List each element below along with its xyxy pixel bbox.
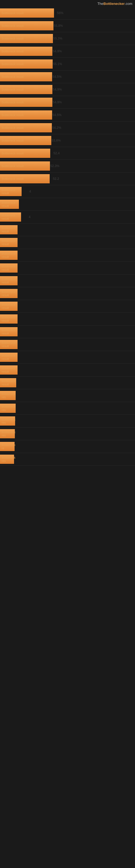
bar-row-wrapper: Bottleneck result54.9% bbox=[0, 45, 135, 58]
bar-label: Bottleneck result bbox=[1, 214, 21, 220]
bar-fill: Bottleneck result bbox=[0, 352, 17, 362]
bar-label: Bottleneck result bbox=[1, 62, 24, 66]
bar-row-wrapper: Bottleneck result55.1% bbox=[0, 58, 135, 70]
bar-row-wrapper: Bottleneck result52.3% bbox=[0, 160, 135, 173]
bar-label: Bottleneck result bbox=[1, 101, 24, 104]
bar-fill: Bottleneck result bbox=[0, 276, 17, 285]
bar-container: Bottleneck result bbox=[0, 225, 17, 235]
bar-fill: Bottleneck result bbox=[0, 34, 53, 43]
bar-container: Bottleneck result55.1% bbox=[0, 59, 53, 69]
bar-row: Bottleneck result4 bbox=[0, 186, 135, 197]
bar-label: Bottleneck res bbox=[1, 418, 15, 424]
bar-row: Bottleneck res bbox=[0, 429, 135, 439]
bar-row-wrapper: Bottleneck res bbox=[0, 402, 135, 415]
bar-fill: Bottleneck res bbox=[0, 404, 16, 413]
bar-row: Bottleneck result bbox=[0, 314, 135, 324]
bar-container: Bottleneck re bbox=[0, 441, 14, 452]
bar-fill: Bottleneck result bbox=[0, 111, 52, 120]
bar-fill: Bottleneck res bbox=[0, 391, 16, 400]
bar-row: Bottleneck result53.6% bbox=[0, 135, 135, 146]
bar-row-wrapper: Bottleneck result bbox=[0, 236, 135, 249]
bar-container: Bottleneck result bbox=[0, 288, 17, 299]
bar-row-wrapper: Bottleneck result52.4 bbox=[0, 147, 135, 160]
bar-container: Bottleneck result bbox=[0, 352, 17, 362]
bar-value: 54.5% bbox=[52, 113, 61, 117]
bar-container: Bottleneck result bbox=[0, 301, 17, 311]
bar-value: 55.1% bbox=[53, 62, 62, 66]
site-header: TheBottlenecker.com bbox=[0, 0, 135, 7]
bar-row: Bottleneck result54.5% bbox=[0, 72, 135, 82]
bar-label: Bottleneck result bbox=[1, 341, 17, 348]
bar-fill: Bottleneck res bbox=[0, 429, 15, 438]
bar-row: Bottleneck result54.9% bbox=[0, 84, 135, 95]
bar-container: Bottleneck result54.9% bbox=[0, 84, 52, 95]
bar-value: 54.9% bbox=[53, 100, 62, 104]
bar-row-wrapper: Bottleneck result bbox=[0, 249, 135, 262]
bar-label: Bottleneck result bbox=[1, 139, 24, 142]
bar-value: 56% bbox=[57, 11, 63, 15]
bar-row: Bottleneck result54.9% bbox=[0, 97, 135, 107]
bar-row: Bottleneck result54.5% bbox=[0, 110, 135, 120]
bar-row-wrapper: Bottleneck result53.6% bbox=[0, 134, 135, 147]
bar-fill: Bottleneck result bbox=[0, 289, 17, 298]
bar-row-wrapper: Bottleneck result bbox=[0, 300, 135, 313]
bar-value: 4 bbox=[29, 215, 31, 219]
bar-row-wrapper: Bottleneck res bbox=[0, 453, 135, 466]
bar-container: Bottleneck result54.9% bbox=[0, 46, 52, 56]
bar-fill: Bottleneck result bbox=[0, 59, 53, 69]
bar-value: 54.5% bbox=[52, 75, 61, 79]
bar-row-wrapper: Bottleneck result bbox=[0, 313, 135, 326]
bar-label: Bottleneck result bbox=[1, 316, 17, 322]
bar-fill: Bottleneck result bbox=[0, 199, 19, 209]
bar-fill: Bottleneck result bbox=[0, 161, 50, 170]
bar-fill: Bottleneck result bbox=[0, 46, 52, 56]
bar-row: Bottleneck result52.2 bbox=[0, 174, 135, 184]
bar-label: Bottleneck result bbox=[1, 126, 24, 129]
bar-container: Bottleneck result52.2 bbox=[0, 174, 50, 184]
bar-row-wrapper: Bottleneck result bbox=[0, 364, 135, 376]
bar-container: Bottleneck result bbox=[0, 314, 17, 324]
bar-fill: Bottleneck result bbox=[0, 212, 21, 222]
bar-value: 55.8% bbox=[54, 24, 63, 28]
bar-container: Bottleneck result bbox=[0, 365, 17, 375]
bar-value: 52.3% bbox=[50, 164, 59, 168]
bar-fill: Bottleneck result bbox=[0, 365, 17, 375]
bar-label: Bottleneck result bbox=[1, 303, 17, 310]
bar-row: Bottleneck result bbox=[0, 263, 135, 273]
bar-container: Bottleneck res bbox=[0, 390, 16, 401]
bar-label: Bottleneck result bbox=[1, 50, 24, 53]
bar-row-wrapper: Bottleneck result52.2 bbox=[0, 173, 135, 185]
bar-label: Bottleneck re bbox=[1, 443, 15, 450]
bar-container: Bottleneck result bbox=[0, 199, 19, 209]
bar-container: Bottleneck result56% bbox=[0, 8, 54, 18]
bar-row-wrapper: Bottleneck result4 bbox=[0, 211, 135, 223]
bar-label: Bottleneck result bbox=[1, 24, 24, 27]
bar-fill: Bottleneck result bbox=[0, 98, 52, 107]
bar-container: Bottleneck result bbox=[0, 378, 16, 388]
bar-fill: Bottleneck res bbox=[0, 455, 14, 464]
bar-row-wrapper: Bottleneck result54.9% bbox=[0, 83, 135, 96]
bar-value: 54.9% bbox=[53, 88, 62, 91]
bar-fill: Bottleneck re bbox=[0, 442, 14, 451]
bar-fill: Bottleneck result bbox=[0, 302, 17, 311]
bar-row: Bottleneck result bbox=[0, 225, 135, 235]
bar-label: Bottleneck result bbox=[1, 11, 24, 14]
bar-label: Bottleneck result bbox=[1, 37, 24, 40]
bar-container: Bottleneck result bbox=[0, 237, 17, 248]
bar-label: Bottleneck result bbox=[1, 265, 17, 271]
bar-label: Bottleneck result bbox=[1, 329, 17, 335]
bar-row: Bottleneck res bbox=[0, 403, 135, 413]
bar-value: 4 bbox=[29, 190, 31, 193]
bar-label: Bottleneck result bbox=[1, 290, 17, 297]
bar-row: Bottleneck res bbox=[0, 454, 135, 464]
bar-row-wrapper: Bottleneck result bbox=[0, 223, 135, 236]
bar-fill: Bottleneck result bbox=[0, 21, 53, 30]
bar-row-wrapper: Bottleneck result bbox=[0, 198, 135, 211]
bar-label: Bottleneck result bbox=[1, 152, 24, 155]
bar-container: Bottleneck result52.4 bbox=[0, 148, 50, 158]
bar-fill: Bottleneck result bbox=[0, 238, 17, 247]
bar-row: Bottleneck re bbox=[0, 441, 135, 452]
bar-row-wrapper: Bottleneck result bbox=[0, 326, 135, 338]
bar-row-wrapper: Bottleneck re bbox=[0, 440, 135, 453]
bar-container: Bottleneck result4 bbox=[0, 212, 21, 222]
